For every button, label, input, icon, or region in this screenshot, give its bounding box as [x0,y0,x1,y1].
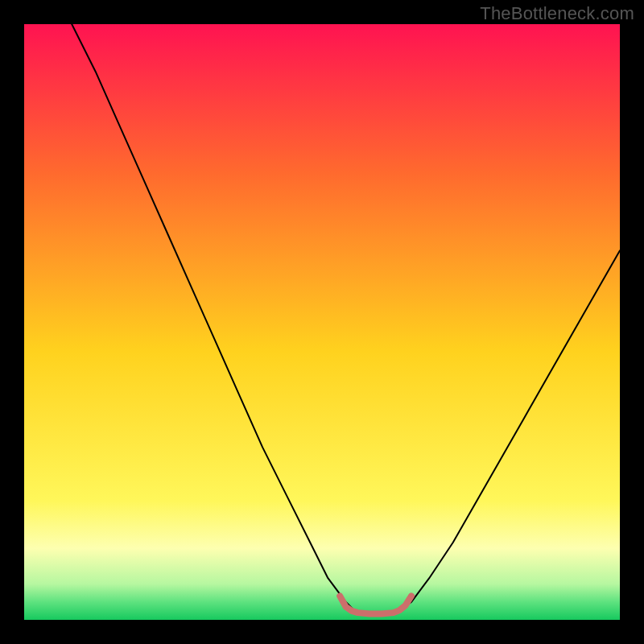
chart-svg [24,24,620,620]
watermark-text: TheBottleneck.com [480,3,634,24]
chart-plot-area [24,24,620,620]
